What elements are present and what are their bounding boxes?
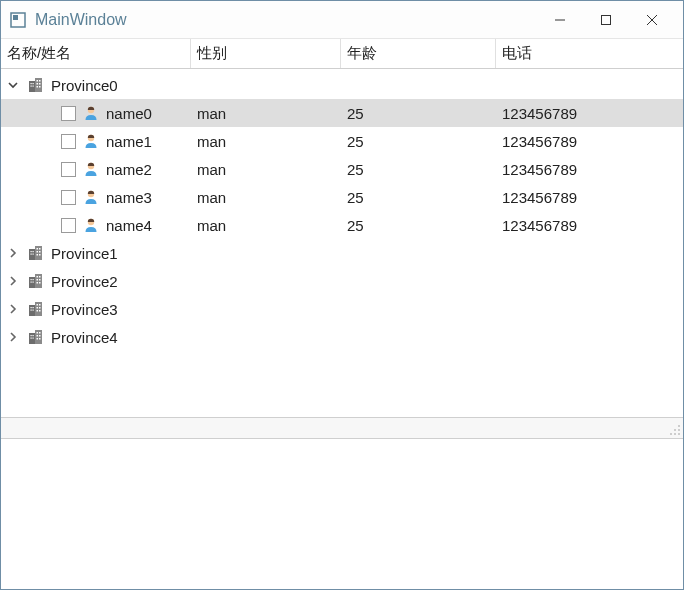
person-sex: man	[197, 105, 226, 122]
chevron-right-icon[interactable]	[5, 245, 21, 261]
svg-rect-47	[29, 305, 35, 316]
tree-item-person[interactable]: name2man25123456789	[1, 155, 683, 183]
svg-rect-7	[35, 78, 42, 92]
svg-rect-69	[37, 338, 39, 340]
person-phone: 123456789	[502, 161, 577, 178]
svg-rect-41	[37, 276, 39, 278]
column-header-name[interactable]: 名称/姓名	[1, 39, 191, 68]
person-name: name3	[106, 189, 152, 206]
main-window: MainWindow 名称/姓名 性别 年龄 电话 Province0name0…	[0, 0, 684, 590]
person-name: name4	[106, 217, 152, 234]
column-header-age[interactable]: 年龄	[341, 39, 496, 68]
tree-item-province[interactable]: Province3	[1, 295, 683, 323]
svg-rect-48	[35, 302, 42, 316]
person-icon	[82, 216, 100, 234]
chevron-right-icon[interactable]	[5, 273, 21, 289]
svg-rect-1	[13, 15, 18, 20]
chevron-right-icon[interactable]	[5, 329, 21, 345]
svg-rect-59	[29, 333, 35, 344]
person-phone: 123456789	[502, 189, 577, 206]
svg-rect-68	[39, 335, 41, 337]
svg-rect-42	[39, 276, 41, 278]
svg-rect-23	[29, 249, 35, 260]
person-age: 25	[347, 189, 364, 206]
tree-item-province[interactable]: Province1	[1, 239, 683, 267]
column-header-phone[interactable]: 电话	[496, 39, 683, 68]
svg-rect-57	[37, 310, 39, 312]
tree-header: 名称/姓名 性别 年龄 电话	[1, 39, 683, 69]
svg-rect-44	[39, 279, 41, 281]
svg-rect-25	[31, 251, 32, 252]
svg-rect-50	[33, 307, 34, 308]
svg-rect-65	[37, 332, 39, 334]
svg-rect-36	[35, 274, 42, 288]
svg-rect-53	[37, 304, 39, 306]
column-header-sex[interactable]: 性别	[191, 39, 341, 68]
checkbox[interactable]	[61, 106, 76, 121]
tree-item-province[interactable]: Province4	[1, 323, 683, 351]
maximize-button[interactable]	[583, 5, 629, 35]
svg-point-71	[678, 425, 680, 427]
svg-rect-16	[37, 86, 39, 88]
svg-rect-31	[37, 251, 39, 253]
svg-rect-43	[37, 279, 39, 281]
svg-rect-46	[39, 282, 41, 284]
tree-item-label: Province1	[51, 245, 118, 262]
svg-rect-15	[39, 83, 41, 85]
person-name: name2	[106, 161, 152, 178]
close-button[interactable]	[629, 5, 675, 35]
person-icon	[82, 132, 100, 150]
person-name: name1	[106, 133, 152, 150]
svg-rect-29	[37, 248, 39, 250]
svg-rect-60	[35, 330, 42, 344]
person-phone: 123456789	[502, 133, 577, 150]
empty-area	[1, 439, 683, 589]
svg-rect-8	[31, 83, 32, 84]
size-grip[interactable]	[667, 422, 681, 436]
svg-rect-27	[31, 254, 32, 255]
tree-item-person[interactable]: name0man25123456789	[1, 99, 683, 127]
svg-rect-26	[33, 251, 34, 252]
person-icon	[82, 104, 100, 122]
minimize-button[interactable]	[537, 5, 583, 35]
checkbox[interactable]	[61, 190, 76, 205]
tree-item-province[interactable]: Province0	[1, 71, 683, 99]
checkbox[interactable]	[61, 134, 76, 149]
svg-rect-10	[31, 86, 32, 87]
building-icon	[27, 76, 45, 94]
chevron-down-icon[interactable]	[5, 77, 21, 93]
tree-item-label: Province2	[51, 273, 118, 290]
person-age: 25	[347, 105, 364, 122]
tree-item-person[interactable]: name1man25123456789	[1, 127, 683, 155]
svg-rect-62	[33, 335, 34, 336]
checkbox[interactable]	[61, 218, 76, 233]
tree-body[interactable]: Province0name0man25123456789name1man2512…	[1, 69, 683, 417]
svg-rect-33	[37, 254, 39, 256]
svg-point-75	[674, 433, 676, 435]
svg-rect-45	[37, 282, 39, 284]
chevron-right-icon[interactable]	[5, 301, 21, 317]
svg-rect-40	[33, 282, 34, 283]
svg-rect-30	[39, 248, 41, 250]
svg-rect-49	[31, 307, 32, 308]
tree-item-person[interactable]: name3man25123456789	[1, 183, 683, 211]
svg-rect-11	[33, 86, 34, 87]
svg-rect-38	[33, 279, 34, 280]
svg-rect-9	[33, 83, 34, 84]
building-icon	[27, 244, 45, 262]
svg-rect-70	[39, 338, 41, 340]
svg-rect-58	[39, 310, 41, 312]
window-title: MainWindow	[35, 11, 127, 29]
titlebar[interactable]: MainWindow	[1, 1, 683, 39]
svg-rect-63	[31, 338, 32, 339]
building-icon	[27, 272, 45, 290]
tree-item-person[interactable]: name4man25123456789	[1, 211, 683, 239]
svg-rect-39	[31, 282, 32, 283]
svg-point-74	[670, 433, 672, 435]
checkbox[interactable]	[61, 162, 76, 177]
svg-rect-28	[33, 254, 34, 255]
building-icon	[27, 328, 45, 346]
person-age: 25	[347, 133, 364, 150]
tree-item-province[interactable]: Province2	[1, 267, 683, 295]
svg-rect-55	[37, 307, 39, 309]
